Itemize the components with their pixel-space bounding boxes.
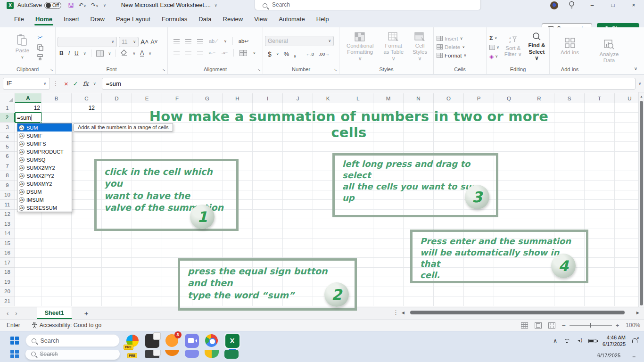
row-header-7[interactable]: 7: [0, 161, 15, 171]
font-color-button[interactable]: A: [140, 50, 144, 57]
clear-button[interactable]: ◈∨: [488, 53, 500, 60]
column-header-J[interactable]: J: [283, 93, 313, 103]
column-header-F[interactable]: F: [162, 93, 192, 103]
dark-app-icon[interactable]: [145, 334, 159, 348]
copy-icon[interactable]: [37, 44, 43, 51]
comma-style-button[interactable]: ,: [294, 50, 296, 58]
fill-button[interactable]: ↓∨: [488, 44, 500, 50]
autocomplete-item-sumxmy2[interactable]: fxSUMXMY2: [17, 180, 72, 188]
column-header-M[interactable]: M: [373, 93, 404, 103]
page-break-view-icon[interactable]: [548, 322, 555, 329]
tab-home[interactable]: Home: [30, 12, 58, 26]
autocomplete-item-sumif[interactable]: fxSUMIF: [17, 132, 72, 140]
zoom-out-icon[interactable]: −: [562, 321, 566, 329]
chrome-app-icon[interactable]: [205, 334, 219, 348]
column-header-I[interactable]: I: [253, 93, 283, 103]
format-cells-button[interactable]: Format∨: [436, 52, 467, 59]
align-middle-button[interactable]: [185, 39, 191, 43]
tab-automate[interactable]: Automate: [273, 12, 311, 26]
restore-button[interactable]: □: [603, 0, 623, 10]
font-dialog-launcher[interactable]: ↘: [162, 67, 165, 72]
sort-filter-button[interactable]: AZ Sort & Filter ∨: [504, 36, 522, 58]
tab-help[interactable]: Help: [311, 12, 335, 26]
percent-style-button[interactable]: %: [284, 50, 289, 58]
row-header-13[interactable]: 13: [0, 219, 15, 229]
cancel-icon[interactable]: ×: [64, 80, 68, 88]
tab-data[interactable]: Data: [193, 12, 217, 26]
cell-A1[interactable]: 12: [15, 103, 40, 113]
row-header-6[interactable]: 6: [0, 152, 15, 162]
undo-button[interactable]: ↶∨: [79, 2, 86, 8]
cut-icon[interactable]: ✂: [38, 34, 43, 41]
notification-bell-icon[interactable]: [632, 338, 637, 344]
row-headers[interactable]: 123456789101112131415161718192021: [0, 103, 15, 306]
column-header-T[interactable]: T: [585, 93, 615, 103]
zoom-level[interactable]: 100%: [626, 322, 640, 329]
autocomplete-item-sumsq[interactable]: fxSUMSQ: [17, 156, 72, 164]
column-header-R[interactable]: R: [524, 93, 554, 103]
column-headers[interactable]: ABCDEFGHIJKLMNOPQRSTU: [0, 93, 639, 103]
next-sheet-button[interactable]: ›: [8, 310, 24, 317]
name-box[interactable]: IF ∨: [3, 78, 50, 90]
autosave-control[interactable]: AutoSave Off: [17, 2, 61, 9]
addins-button[interactable]: Add-ins: [557, 38, 583, 56]
start-button[interactable]: [10, 337, 19, 345]
collapse-ribbon-button[interactable]: ∨: [634, 66, 637, 71]
orientation-button[interactable]: ab⟋: [209, 38, 218, 44]
row-header-14[interactable]: 14: [0, 229, 15, 239]
number-dialog-launcher[interactable]: ↘: [333, 67, 337, 72]
tab-page-layout[interactable]: Page Layout: [110, 12, 156, 26]
speaker-icon[interactable]: [576, 338, 582, 344]
clock[interactable]: 4:46 AM 6/17/2025: [603, 334, 626, 348]
column-header-S[interactable]: S: [554, 93, 585, 103]
decrease-indent-button[interactable]: ⇤≡: [209, 50, 215, 56]
accessibility-status[interactable]: Accessibility: Good to go: [27, 322, 106, 329]
cell-styles-button[interactable]: Cell Styles ∨: [408, 32, 431, 62]
battery-icon[interactable]: [588, 339, 596, 343]
align-bottom-button[interactable]: [197, 39, 203, 43]
excel-taskbar-item[interactable]: X: [224, 333, 240, 349]
select-all-corner[interactable]: [0, 93, 15, 103]
sheet-tab-sheet1[interactable]: Sheet1: [37, 307, 72, 319]
formula-input[interactable]: =sum: [102, 78, 636, 90]
format-painter-icon[interactable]: [37, 54, 43, 60]
tab-formulas[interactable]: Formulas: [156, 12, 193, 26]
column-header-P[interactable]: P: [464, 93, 494, 103]
taskbar-search[interactable]: Search: [25, 334, 120, 347]
zoom-handle[interactable]: [590, 323, 592, 328]
save-icon[interactable]: 🖫: [68, 2, 74, 9]
row-header-5[interactable]: 5: [0, 142, 15, 152]
row-header-1[interactable]: 1: [0, 103, 15, 113]
zoom-slider[interactable]: − +: [562, 321, 619, 329]
grow-font-button[interactable]: A˄: [140, 38, 149, 46]
format-as-table-button[interactable]: Format as Table ∨: [379, 32, 408, 62]
orange-app-icon[interactable]: 3: [165, 334, 179, 348]
autocomplete-item-dsum[interactable]: fxDSUM: [17, 188, 72, 196]
row-header-21[interactable]: 21: [0, 296, 15, 306]
column-header-A[interactable]: A: [15, 93, 41, 103]
paste-button[interactable]: Paste∨: [12, 34, 33, 60]
tray-chevron-up-icon[interactable]: ∧: [553, 337, 557, 344]
copilot-app-icon[interactable]: PRE: [125, 334, 140, 348]
tab-file[interactable]: File: [8, 12, 30, 26]
vertical-scrollbar[interactable]: ▲: [638, 92, 644, 307]
customize-qat-button[interactable]: ∨: [103, 3, 106, 8]
chat-app-icon[interactable]: [185, 334, 199, 348]
autosum-button[interactable]: Σ∨: [488, 34, 500, 42]
align-center-button[interactable]: [185, 51, 191, 55]
wifi-icon[interactable]: [563, 338, 570, 343]
autocomplete-item-sumifs[interactable]: fxSUMIFS: [17, 140, 72, 148]
row-header-16[interactable]: 16: [0, 248, 15, 258]
row-header-10[interactable]: 10: [0, 190, 15, 200]
autocomplete-item-sumproduct[interactable]: fxSUMPRODUCT: [17, 148, 72, 156]
italic-button[interactable]: I: [68, 50, 70, 57]
page-layout-view-icon[interactable]: [535, 322, 542, 329]
row-header-11[interactable]: 11: [0, 200, 15, 210]
clipboard-dialog-launcher[interactable]: ↘: [50, 67, 53, 72]
column-header-N[interactable]: N: [404, 93, 434, 103]
column-header-D[interactable]: D: [102, 93, 132, 103]
row-header-18[interactable]: 18: [0, 268, 15, 278]
column-header-G[interactable]: G: [192, 93, 223, 103]
lightbulb-icon[interactable]: [569, 1, 575, 9]
accounting-format-button[interactable]: $: [268, 50, 272, 58]
